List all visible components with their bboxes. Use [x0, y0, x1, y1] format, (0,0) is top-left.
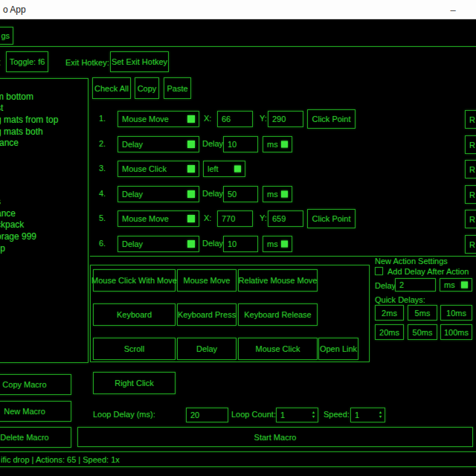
settings-unit-dropdown[interactable]: ms — [440, 278, 472, 292]
macro-list-item[interactable] — [0, 161, 88, 173]
delay-input[interactable]: 10 — [223, 236, 258, 252]
click-point-button[interactable]: Click Point — [307, 109, 356, 129]
y-input[interactable]: 290 — [268, 111, 303, 127]
macro-list-item[interactable] — [0, 184, 88, 196]
new-action-settings-title: New Action Settings — [375, 257, 448, 266]
quick-delay-button[interactable]: 20ms — [375, 324, 404, 340]
copy-button[interactable]: Copy — [135, 77, 159, 99]
x-input[interactable]: 66 — [217, 111, 253, 127]
macro-list-item[interactable]: st — [0, 103, 88, 115]
delay-input[interactable]: 50 — [223, 186, 258, 202]
action-index-label: 2. — [99, 139, 106, 148]
paste-button[interactable]: Paste — [164, 77, 191, 99]
minimize-button[interactable]: – — [440, 1, 466, 18]
keyboard-release-button[interactable]: Keyboard Release — [238, 303, 318, 326]
remove-action-button[interactable]: R — [465, 185, 476, 204]
remove-action-button[interactable]: R — [465, 235, 476, 254]
check-all-button[interactable]: Check All — [92, 77, 131, 99]
x-label: X: — [204, 114, 211, 123]
action-index-label: 5. — [99, 213, 106, 222]
window-title: o App — [3, 4, 26, 15]
action-index-label: 1. — [99, 114, 106, 123]
quick-delay-button[interactable]: 10ms — [440, 305, 472, 321]
mouse-move-button[interactable]: Mouse Move — [177, 269, 237, 292]
logs-button[interactable]: gs — [0, 27, 13, 45]
macro-list-item[interactable] — [0, 149, 88, 161]
macro-list-item[interactable]: orage 999 — [0, 231, 88, 243]
delete-macro-button[interactable]: Delete Macro — [0, 427, 71, 448]
dropdown-indicator-icon — [461, 282, 468, 289]
macro-list-item[interactable]: s — [0, 196, 88, 208]
add-delay-checkbox[interactable] — [375, 267, 383, 275]
action-index-label: 4. — [99, 189, 106, 198]
keyboard-press-button[interactable]: Keyboard Press — [177, 303, 237, 326]
spinner-down-icon[interactable]: ▾ — [312, 415, 315, 419]
remove-action-button[interactable]: R — [465, 135, 476, 154]
spinner-down-icon[interactable]: ▾ — [379, 415, 382, 419]
status-bar: ific drop | Actions: 65 | Speed: 1x — [0, 451, 476, 467]
start-macro-button[interactable]: Start Macro — [77, 427, 473, 447]
new-macro-button[interactable]: New Macro — [0, 401, 71, 422]
macro-list[interactable]: m bottom st g mats from top g mats both … — [0, 78, 89, 363]
keyboard-button[interactable]: Keyboard — [93, 303, 176, 326]
mouse-click-with-move-button[interactable]: Mouse Click With Move — [93, 269, 176, 292]
click-point-button[interactable]: Click Point — [307, 209, 356, 228]
remove-action-button[interactable]: R — [465, 110, 476, 129]
macro-list-item[interactable]: g mats from top — [0, 115, 88, 126]
mouse-button-dropdown[interactable]: left — [203, 161, 245, 177]
loop-count-label: Loop Count: — [231, 410, 276, 419]
loop-count-spinner[interactable]: 1 ▴▾ — [276, 408, 318, 422]
unit-dropdown[interactable]: ms — [263, 186, 292, 202]
macro-list-item[interactable]: ckpack — [0, 219, 88, 231]
remove-action-button[interactable]: R — [465, 210, 476, 228]
macro-list-item[interactable] — [0, 80, 88, 91]
macro-list-item[interactable]: g mats both — [0, 126, 88, 138]
macro-list-item[interactable]: m bottom — [0, 91, 88, 103]
action-type-dropdown[interactable]: Delay — [118, 236, 199, 252]
hotkey-label-fragment: : — [0, 57, 1, 68]
delay-input[interactable]: 10 — [223, 136, 258, 152]
dropdown-indicator-icon — [187, 215, 195, 222]
unit-dropdown[interactable]: ms — [263, 136, 292, 152]
dropdown-indicator-icon — [281, 241, 288, 248]
loop-delay-input[interactable]: 20 — [186, 408, 228, 422]
y-input[interactable]: 659 — [268, 210, 303, 227]
dropdown-indicator-icon — [187, 165, 195, 173]
toggle-hotkey-button[interactable]: Toggle: f6 — [6, 51, 48, 72]
copy-macro-button[interactable]: Copy Macro — [0, 374, 71, 395]
action-type-dropdown[interactable]: Mouse Move — [118, 111, 199, 127]
delay-label: Delay — [202, 239, 223, 248]
dropdown-indicator-icon — [281, 141, 288, 148]
action-type-dropdown[interactable]: Mouse Move — [118, 210, 199, 227]
quick-delay-button[interactable]: 50ms — [408, 324, 437, 340]
unit-dropdown[interactable]: ms — [263, 236, 292, 252]
dropdown-indicator-icon — [187, 115, 195, 123]
relative-mouse-move-button[interactable]: Relative Mouse Move — [238, 269, 318, 292]
macro-list-item[interactable]: lip — [0, 243, 88, 255]
status-text: ific drop | Actions: 65 | Speed: 1x — [1, 455, 120, 464]
dropdown-indicator-icon — [234, 166, 241, 173]
open-link-button[interactable]: Open Link — [318, 338, 358, 360]
speed-spinner[interactable]: 1 ▴▾ — [350, 408, 385, 422]
macro-list-item[interactable]: rance — [0, 138, 88, 149]
action-type-dropdown[interactable]: Delay — [118, 186, 199, 202]
macro-list-item[interactable]: ance — [0, 208, 88, 220]
macro-list-item[interactable] — [0, 173, 88, 185]
delay-label: Delay — [202, 189, 223, 198]
mouse-click-button[interactable]: Mouse Click — [238, 338, 318, 360]
quick-delay-button[interactable]: 100ms — [440, 324, 472, 340]
settings-delay-input[interactable]: 2 — [395, 278, 436, 292]
action-type-dropdown[interactable]: Mouse Click — [118, 161, 199, 177]
right-click-button[interactable]: Right Click — [93, 372, 176, 394]
quick-delay-button[interactable]: 2ms — [375, 305, 404, 321]
quick-delay-button[interactable]: 5ms — [408, 305, 437, 321]
add-delay-checkbox-label: Add Delay After Action — [387, 267, 469, 276]
dropdown-indicator-icon — [187, 141, 195, 148]
x-input[interactable]: 770 — [217, 210, 253, 227]
action-type-dropdown[interactable]: Delay — [118, 136, 199, 152]
dropdown-indicator-icon — [187, 190, 195, 198]
set-exit-hotkey-button[interactable]: Set Exit Hotkey — [110, 51, 169, 72]
delay-button[interactable]: Delay — [177, 338, 237, 360]
remove-action-button[interactable]: R — [465, 160, 476, 178]
scroll-button[interactable]: Scroll — [93, 338, 176, 360]
